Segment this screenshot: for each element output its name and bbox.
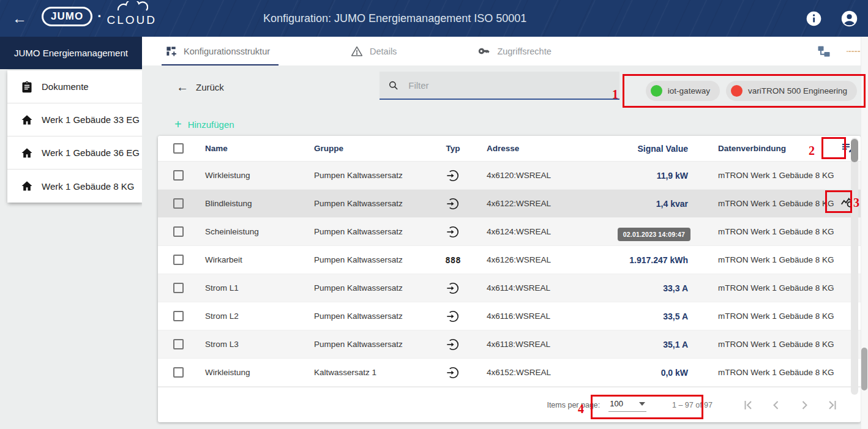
- signal-value: 33,3 A: [663, 283, 688, 293]
- table-row[interactable]: Wirkleistung Pumpen Kaltwassersatz 4x612…: [158, 162, 861, 190]
- table-row[interactable]: Strom L1 Pumpen Kaltwassersatz 4x6114:WS…: [158, 274, 861, 302]
- back-arrow-icon[interactable]: ←: [11, 10, 28, 27]
- cell-name: Strom L3: [193, 340, 304, 349]
- table-row[interactable]: Strom L3 Pumpen Kaltwassersatz 4x6118:WS…: [158, 330, 861, 359]
- status-dot-icon: [651, 85, 662, 97]
- search-icon: [388, 80, 398, 91]
- cell-signal-value: 35,1 A: [617, 340, 688, 349]
- home-icon: [21, 114, 33, 126]
- counter-888-icon: 888: [445, 255, 460, 265]
- analog-input-icon: [446, 169, 460, 182]
- row-checkbox[interactable]: [173, 255, 184, 265]
- clipboard-icon: [21, 81, 33, 93]
- cell-typ: 888: [436, 255, 470, 265]
- add-button[interactable]: + Hinzufügen: [174, 118, 234, 132]
- analog-input-icon: [446, 338, 460, 351]
- device-status-chip[interactable]: iot-gateway: [646, 81, 720, 101]
- info-icon[interactable]: [806, 10, 822, 27]
- account-icon[interactable]: [840, 10, 858, 28]
- cell-name: Strom L2: [193, 311, 304, 321]
- items-per-page-label: Items per page:: [547, 401, 600, 409]
- row-checkbox[interactable]: [173, 198, 184, 209]
- tab[interactable]: Details: [351, 37, 397, 65]
- cell-typ: [436, 338, 470, 351]
- chip-label: variTRON 500 Engineering: [748, 86, 847, 95]
- main-content: Konfigurationsstruktur Details Zugriffsr…: [142, 37, 868, 429]
- app-window: ← JUMO · CLOUD Konfiguration: JUMO Energ…: [0, 0, 868, 429]
- cell-signal-value: 0,0 kW: [617, 368, 688, 378]
- first-page-button[interactable]: [741, 398, 755, 412]
- tab[interactable]: Zugriffsrechte: [477, 37, 551, 65]
- add-label: Hinzufügen: [188, 119, 234, 130]
- hierarchy-icon[interactable]: [817, 44, 831, 59]
- sidebar-title: JUMO Energiemanagement: [0, 37, 142, 69]
- row-checkbox[interactable]: [173, 226, 184, 237]
- signal-value: 35,1 A: [663, 340, 688, 349]
- analog-input-icon: [446, 225, 460, 239]
- cell-gruppe: Pumpen Kaltwassersatz: [304, 227, 436, 236]
- page-scrollbar-thumb[interactable]: [861, 348, 867, 390]
- cell-adresse: 4x6118:WSREAL: [470, 340, 617, 349]
- sidebar-nav-item[interactable]: Werk 1 Gebäude 36 EG: [7, 136, 142, 170]
- annotation-label-1: 1: [612, 88, 618, 102]
- last-page-button[interactable]: [825, 398, 840, 412]
- row-checkbox[interactable]: [173, 311, 184, 321]
- page-range-label: 1 – 97 of 97: [672, 401, 713, 409]
- cell-name: Wirkleistung: [193, 368, 304, 377]
- select-all-checkbox[interactable]: [173, 143, 184, 154]
- warning-triangle-icon: [351, 45, 363, 58]
- table-row[interactable]: Strom L2 Pumpen Kaltwassersatz 4x6116:WS…: [158, 302, 861, 330]
- cell-datenverbindung: mTRON Werk 1 Gebäude 8 KG: [715, 311, 835, 321]
- cell-typ: [436, 225, 470, 239]
- items-per-page-select[interactable]: 100: [608, 398, 646, 412]
- cell-adresse: 4x6124:WSREAL: [470, 227, 617, 236]
- cell-datenverbindung: mTRON Werk 1 Gebäude 8 KG: [715, 368, 835, 377]
- table-scrollbar-thumb[interactable]: [851, 139, 858, 162]
- cell-typ: [436, 169, 470, 182]
- previous-page-button[interactable]: [769, 398, 784, 412]
- column-header-datenverbindung: Datenverbindung: [715, 144, 835, 153]
- cell-typ: [436, 282, 470, 295]
- row-checkbox[interactable]: [173, 170, 184, 181]
- table-row[interactable]: Scheinleistung Pumpen Kaltwassersatz 4x6…: [158, 218, 861, 246]
- row-checkbox[interactable]: [173, 339, 184, 349]
- cell-gruppe: Pumpen Kaltwassersatz: [304, 311, 436, 321]
- timestamp-tooltip: 02.01.2023 14:09:47: [618, 228, 690, 241]
- column-header-signal-value: Signal Value: [617, 144, 688, 154]
- table-row[interactable]: Wirkarbeit Pumpen Kaltwassersatz 888 4x6…: [158, 246, 861, 274]
- cell-adresse: 4x6114:WSREAL: [470, 283, 617, 293]
- tab-label: Details: [370, 47, 397, 56]
- signal-value: 33,5 A: [663, 311, 688, 321]
- column-header-name: Name: [193, 144, 304, 153]
- sidebar-nav-item[interactable]: Werk 1 Gebäude 8 KG: [7, 170, 142, 203]
- analog-input-icon: [446, 282, 460, 295]
- back-label: Zurück: [196, 82, 224, 92]
- table-scrollbar-track[interactable]: [851, 138, 858, 395]
- sidebar-nav-item[interactable]: Dokumente: [7, 70, 142, 103]
- cell-typ: [436, 310, 470, 323]
- cell-signal-value: 11,9 kW: [617, 171, 688, 181]
- sidebar-nav-item[interactable]: Werk 1 Gebäude 33 EG: [7, 103, 142, 136]
- status-dot-icon: [731, 85, 743, 97]
- tab-label: Zugriffsrechte: [497, 47, 551, 56]
- plus-icon: +: [174, 118, 182, 132]
- cell-signal-value: 23,0 kVA 02.01.2023 14:09:47: [617, 227, 688, 237]
- signal-value: 1,4 kvar: [656, 199, 688, 209]
- table-body: Wirkleistung Pumpen Kaltwassersatz 4x612…: [158, 162, 861, 387]
- table-row[interactable]: Wirkleistung Kaltwassersatz 1 4x6152:WSR…: [158, 359, 861, 387]
- back-button[interactable]: ← Zurück: [176, 80, 224, 94]
- caret-down-icon: [639, 402, 645, 406]
- device-status-chip[interactable]: variTRON 500 Engineering: [726, 81, 857, 101]
- table-row[interactable]: Blindleistung Pumpen Kaltwassersatz 4x61…: [158, 190, 861, 218]
- row-checkbox[interactable]: [173, 283, 184, 293]
- row-checkbox[interactable]: [173, 367, 184, 378]
- cell-gruppe: Pumpen Kaltwassersatz: [304, 283, 436, 293]
- analog-input-icon: [446, 310, 460, 323]
- cell-datenverbindung: mTRON Werk 1 Gebäude 8 KG: [715, 283, 835, 293]
- next-page-button[interactable]: [797, 398, 812, 412]
- tab[interactable]: Konfigurationsstruktur: [165, 37, 270, 65]
- cell-signal-value: 33,3 A: [617, 283, 688, 293]
- sidebar-item-label: Werk 1 Gebäude 36 EG: [42, 147, 140, 158]
- signal-table-card: Name Gruppe Typ Adresse Signal Value Dat…: [158, 136, 861, 422]
- filter-input[interactable]: [408, 80, 611, 91]
